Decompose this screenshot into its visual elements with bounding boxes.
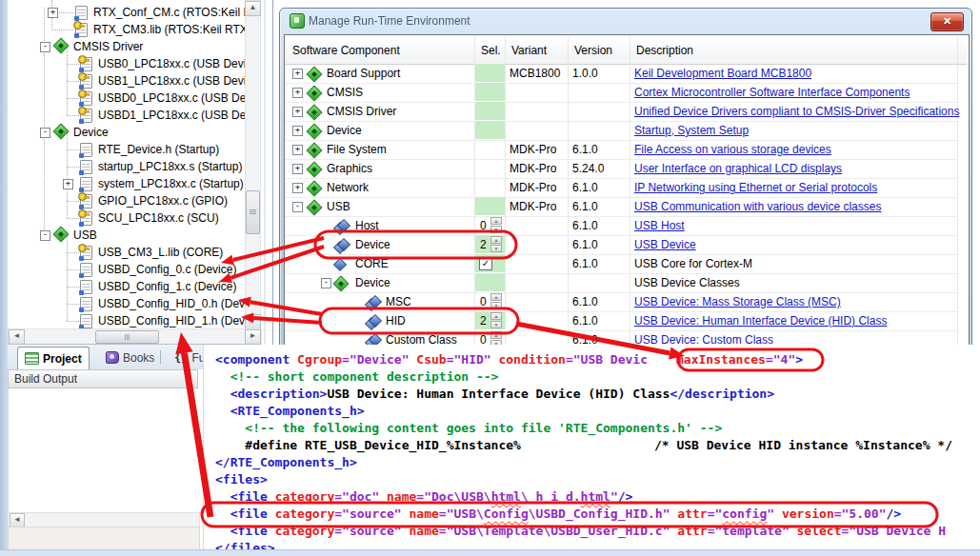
description-link[interactable]: IP Networking using Ethernet or Serial p…: [634, 178, 877, 197]
spinner-up-icon[interactable]: ▲: [490, 236, 502, 244]
table-row[interactable]: CORE✓6.1.0USB Core for Cortex-M: [285, 254, 957, 273]
row-expand-box[interactable]: -: [321, 278, 331, 288]
table-row[interactable]: +GraphicsMDK-Pro5.24.0User Interface on …: [285, 159, 957, 178]
code-token: ="Doc\USB\: [416, 489, 490, 504]
code-line: #define RTE_USB_Device_HID_%Instance%/* …: [245, 437, 952, 454]
checkbox[interactable]: ✓: [479, 257, 492, 270]
tree-item[interactable]: USB_CM3_L.lib (CORE): [8, 244, 251, 261]
spinner-down-icon[interactable]: ▼: [490, 245, 502, 252]
tree-item[interactable]: USBD_Config_HID_1.h (Device:: [8, 312, 251, 329]
code-token: >: [795, 352, 803, 367]
tree-expand-box[interactable]: -: [40, 230, 50, 241]
close-button[interactable]: ✕: [930, 12, 964, 31]
build-output-area[interactable]: [8, 388, 199, 512]
tree-item[interactable]: USBD0_LPC18xx.c (USB Device:: [8, 89, 251, 107]
tree-item[interactable]: +RTX_Conf_CM.c (RTOS:Keil RT: [8, 4, 251, 21]
row-expand-box[interactable]: +: [292, 69, 303, 79]
row-expand-box[interactable]: +: [292, 183, 303, 193]
table-row[interactable]: +Board SupportMCB18001.0.0Keil Developme…: [285, 64, 957, 83]
build-scroll-left-icon[interactable]: ◄: [10, 513, 25, 527]
description-link[interactable]: Keil Development Board MCB1800: [634, 64, 811, 83]
row-expand-box[interactable]: -: [292, 202, 303, 212]
tree-item[interactable]: USBD_Config_0.c (Device): [8, 261, 251, 278]
code-line: <file category="doc" name="Doc\USB\html\…: [230, 488, 633, 506]
code-token: <description>: [230, 387, 328, 401]
tab-project[interactable]: Project: [17, 347, 90, 369]
description-link[interactable]: User Interface on graphical LCD displays: [634, 159, 842, 178]
tree-item[interactable]: -USB: [8, 227, 251, 244]
spinner-up-icon[interactable]: ▲: [490, 217, 502, 225]
spinner-control[interactable]: ▲▼: [490, 217, 502, 233]
file-icon: [80, 143, 92, 157]
description-link[interactable]: USB Device: Mass Storage Class (MSC): [634, 292, 841, 311]
table-row[interactable]: -DeviceUSB Device Classes: [285, 273, 957, 292]
tree-scroll-up-icon[interactable]: ▲: [245, 1, 261, 16]
tree-item[interactable]: USBD_Config_1.c (Device): [8, 278, 251, 295]
tree-expand-box[interactable]: +: [48, 8, 58, 18]
tree-item[interactable]: USBD_Config_HID_0.h (Device:: [8, 295, 251, 312]
tree-item[interactable]: +system_LPC18xx.c (Startup): [8, 175, 251, 192]
table-row[interactable]: +CMSISCortex Microcontroller Software In…: [285, 83, 957, 102]
tree-item[interactable]: USB1_LPC18xx.c (USB Device:U: [8, 72, 251, 89]
row-expand-box[interactable]: +: [292, 126, 303, 136]
description-link[interactable]: Unified Device Drivers compliant to CMSI…: [634, 102, 959, 121]
table-row[interactable]: +NetworkMDK-Pro6.1.0IP Networking using …: [285, 178, 957, 197]
code-token: attr: [677, 506, 707, 521]
tree-item[interactable]: USBD1_LPC18xx.c (USB Device:: [8, 107, 251, 124]
spinner-down-icon[interactable]: ▼: [490, 226, 502, 233]
description-link[interactable]: USB Host: [634, 216, 685, 235]
tree-scroll-left-icon[interactable]: ◄: [9, 329, 25, 345]
version-value: 6.1.0: [572, 292, 598, 311]
tree-scroll-right-icon[interactable]: ►: [245, 329, 261, 345]
tree-item[interactable]: RTE_Device.h (Startup): [8, 141, 251, 158]
row-expand-box[interactable]: +: [292, 164, 303, 174]
tree-vscroll-thumb[interactable]: [246, 190, 260, 234]
tree-vscrollbar[interactable]: [245, 0, 261, 330]
tree-item[interactable]: GPIO_LPC18xx.c (GPIO): [8, 192, 251, 209]
build-output-caption: Build Output: [8, 369, 198, 388]
table-row[interactable]: +DeviceStartup, System Setup: [285, 121, 957, 140]
tree-item[interactable]: USB0_LPC18xx.c (USB Device:U: [8, 55, 251, 72]
tree-expand-box[interactable]: -: [40, 42, 50, 52]
component-icon: [307, 162, 323, 178]
tab-books[interactable]: Books: [99, 347, 161, 368]
tree-item[interactable]: SCU_LPC18xx.c (SCU): [8, 209, 251, 227]
tree-item[interactable]: startup_LPC18xx.s (Startup): [8, 158, 251, 175]
tree-scroll-down-icon[interactable]: ▼: [245, 314, 261, 329]
row-expand-box[interactable]: +: [292, 88, 303, 98]
spinner-control[interactable]: ▲▼: [490, 293, 502, 309]
code-token: ="USB Devic: [566, 352, 648, 367]
tree-item[interactable]: RTX_CM3.lib (RTOS:Keil RTX): [8, 21, 251, 38]
spinner-control[interactable]: ▲▼: [490, 312, 502, 328]
table-row[interactable]: Device2▲▼6.1.0USB Device: [285, 235, 957, 254]
spinner-control[interactable]: ▲▼: [490, 236, 502, 252]
table-row[interactable]: +CMSIS DriverUnified Device Drivers comp…: [285, 102, 957, 121]
table-row[interactable]: Host0▲▼6.1.0USB Host: [285, 216, 957, 235]
table-row[interactable]: MSC0▲▼6.1.0USB Device: Mass Storage Clas…: [285, 292, 957, 311]
description-link[interactable]: USB Communication with various device cl…: [634, 197, 881, 216]
table-row[interactable]: HID2▲▼6.1.0USB Device: Human Interface D…: [285, 311, 957, 330]
description-link[interactable]: Cortex Microcontroller Software Interfac…: [634, 83, 910, 102]
spinner-up-icon[interactable]: ▲: [490, 312, 502, 320]
tree-hscroll-thumb[interactable]: [95, 330, 159, 344]
tree-expand-box[interactable]: -: [40, 128, 50, 138]
row-expand-box[interactable]: +: [292, 145, 303, 155]
variant-value: MCB1800: [510, 64, 560, 83]
code-line: <file category="source" name="USB\Config…: [230, 506, 902, 523]
spinner-up-icon[interactable]: ▲: [490, 293, 502, 301]
tree-item[interactable]: -Device: [8, 124, 251, 141]
spinner-down-icon[interactable]: ▼: [490, 302, 502, 309]
pdsc-code-panel: <component Cgroup="Device" Csub="HID" co…: [203, 345, 980, 549]
description-link[interactable]: File Access on various storage devices: [634, 140, 831, 159]
tree-item[interactable]: -CMSIS Driver: [8, 38, 251, 55]
description-link[interactable]: Startup, System Setup: [634, 121, 749, 140]
table-row[interactable]: +File SystemMDK-Pro6.1.0File Access on v…: [285, 140, 957, 159]
spinner-down-icon[interactable]: ▼: [490, 321, 502, 328]
description-link[interactable]: USB Device: [634, 235, 696, 254]
tree-expand-box[interactable]: +: [63, 179, 73, 189]
table-row[interactable]: -USBMDK-Pro6.1.0USB Communication with v…: [285, 197, 957, 216]
row-expand-box[interactable]: +: [292, 107, 303, 117]
description-link[interactable]: USB Device: Human Interface Device (HID)…: [634, 311, 887, 330]
spinner-up-icon[interactable]: ▲: [490, 331, 502, 339]
code-token: ="5.00": [834, 506, 887, 521]
